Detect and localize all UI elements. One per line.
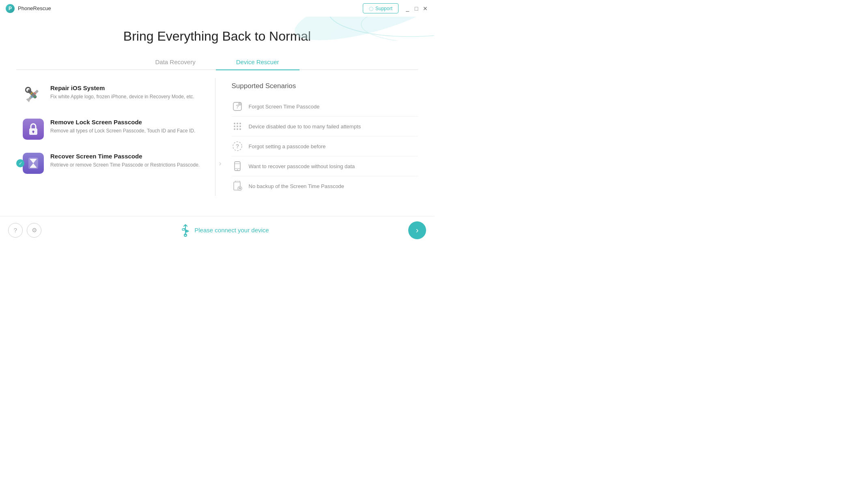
cards-area: Repair iOS System Fix white Apple logo, … bbox=[16, 78, 418, 196]
tab-data-recovery[interactable]: Data Recovery bbox=[135, 54, 215, 70]
right-panel: Supported Scenarios ? Forgot Screen Time… bbox=[215, 78, 418, 196]
svg-point-19 bbox=[239, 123, 241, 124]
support-icon: ◌ bbox=[369, 5, 373, 11]
forgot-passcode-icon: ? bbox=[232, 141, 243, 152]
app-branding: P PhoneRescue bbox=[6, 4, 51, 13]
svg-point-22 bbox=[239, 126, 241, 127]
app-logo: P bbox=[6, 4, 15, 13]
selected-check-icon: ✓ bbox=[16, 159, 24, 167]
scenario-item-no-backup: No backup of the Screen Time Passcode bbox=[232, 176, 418, 196]
forgot-screen-time-icon: ? bbox=[232, 101, 243, 112]
scenario-text-no-backup: No backup of the Screen Time Passcode bbox=[249, 183, 345, 189]
title-bar-right: ◌ Support ⎯ □ ✕ bbox=[363, 3, 429, 13]
scenario-item-device-disabled: Device disabled due to too many failed a… bbox=[232, 117, 418, 136]
no-backup-icon bbox=[232, 180, 243, 192]
support-button[interactable]: ◌ Support bbox=[363, 3, 398, 13]
scenario-text-forgot-passcode: Forgot setting a passcode before bbox=[249, 143, 326, 149]
recover-screen-time-text: Recover Screen Time Passcode Retrieve or… bbox=[50, 153, 200, 169]
svg-point-21 bbox=[237, 126, 238, 127]
app-title: PhoneRescue bbox=[18, 5, 51, 11]
remove-lock-icon bbox=[23, 119, 44, 140]
card-arrow-icon: › bbox=[219, 159, 222, 168]
repair-ios-text: Repair iOS System Fix white Apple logo, … bbox=[50, 84, 194, 100]
svg-point-23 bbox=[234, 128, 235, 130]
next-arrow-icon: › bbox=[416, 225, 419, 235]
svg-rect-37 bbox=[182, 229, 185, 230]
bottom-left-controls: ? ⚙ bbox=[8, 223, 41, 238]
close-button[interactable]: ✕ bbox=[422, 5, 429, 12]
connect-device-area: Please connect your device bbox=[181, 224, 269, 236]
left-panel: Repair iOS System Fix white Apple logo, … bbox=[16, 78, 215, 196]
main-content: Bring Everything Back to Normal Data Rec… bbox=[0, 17, 434, 196]
settings-icon: ⚙ bbox=[32, 227, 37, 234]
svg-rect-9 bbox=[33, 132, 34, 133]
svg-point-17 bbox=[234, 123, 235, 124]
feature-card-repair-ios[interactable]: Repair iOS System Fix white Apple logo, … bbox=[23, 78, 203, 112]
help-icon: ? bbox=[14, 227, 17, 234]
settings-button[interactable]: ⚙ bbox=[27, 223, 41, 238]
recover-without-losing-icon bbox=[232, 160, 243, 172]
window-controls: ⎯ □ ✕ bbox=[404, 5, 429, 12]
repair-ios-icon bbox=[23, 84, 44, 106]
svg-point-25 bbox=[239, 128, 241, 130]
scenario-item-forgot-screen-time: ? Forgot Screen Time Passcode bbox=[232, 97, 418, 117]
svg-point-24 bbox=[237, 128, 238, 130]
svg-rect-28 bbox=[235, 162, 240, 171]
feature-card-recover-screen-time[interactable]: ✓ Recover Screen Time Passcode Retrieve … bbox=[23, 146, 203, 180]
feature-card-remove-lock[interactable]: Remove Lock Screen Passcode Remove all t… bbox=[23, 112, 203, 146]
remove-lock-text: Remove Lock Screen Passcode Remove all t… bbox=[50, 119, 195, 134]
maximize-button[interactable]: □ bbox=[413, 5, 420, 12]
bottom-bar: ? ⚙ Please connect your device › bbox=[0, 216, 434, 244]
device-disabled-icon bbox=[232, 121, 243, 132]
minimize-button[interactable]: ⎯ bbox=[404, 5, 411, 12]
tab-device-rescuer[interactable]: Device Rescuer bbox=[216, 54, 299, 70]
scenario-text-forgot-screen-time: Forgot Screen Time Passcode bbox=[249, 104, 320, 110]
svg-point-18 bbox=[237, 123, 238, 124]
usb-icon bbox=[181, 224, 190, 236]
recover-screen-time-icon bbox=[23, 153, 44, 174]
scenario-text-device-disabled: Device disabled due to too many failed a… bbox=[249, 123, 361, 130]
next-button[interactable]: › bbox=[408, 221, 426, 239]
svg-point-20 bbox=[234, 126, 235, 127]
scenario-text-recover-without-losing: Want to recover passcode without losing … bbox=[249, 163, 355, 169]
help-button[interactable]: ? bbox=[8, 223, 23, 238]
tab-bar: Data Recovery Device Rescuer bbox=[16, 54, 418, 70]
scenario-item-forgot-passcode: ? Forgot setting a passcode before bbox=[232, 136, 418, 156]
page-headline: Bring Everything Back to Normal bbox=[16, 29, 418, 44]
connect-device-text: Please connect your device bbox=[194, 227, 269, 234]
title-bar: P PhoneRescue ◌ Support ⎯ □ ✕ bbox=[0, 0, 434, 17]
scenario-item-recover-without-losing: Want to recover passcode without losing … bbox=[232, 156, 418, 176]
svg-point-31 bbox=[237, 169, 237, 170]
scenarios-title: Supported Scenarios bbox=[232, 82, 418, 90]
svg-text:?: ? bbox=[235, 143, 239, 149]
